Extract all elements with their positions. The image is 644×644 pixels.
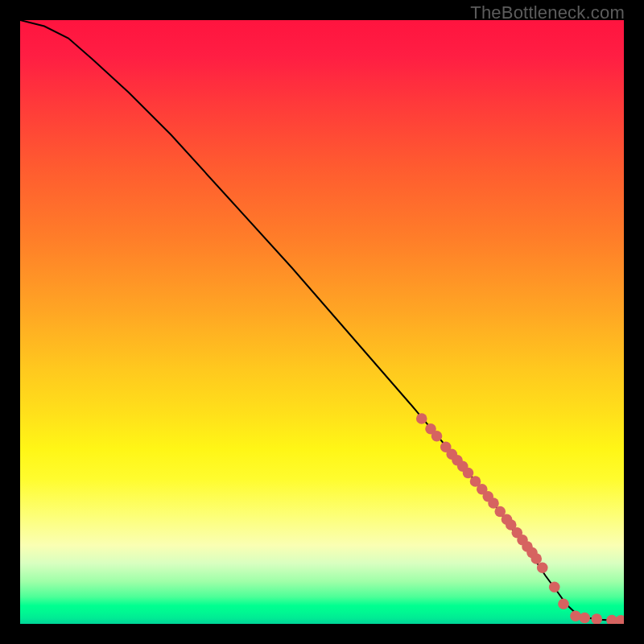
dot-marker <box>615 615 624 624</box>
curve-line <box>20 20 624 621</box>
chart-svg <box>20 20 624 624</box>
dotted-segment-group <box>416 413 624 624</box>
plot-area <box>20 20 624 624</box>
dot-marker <box>431 431 443 442</box>
dot-marker <box>591 613 602 624</box>
dot-marker <box>463 468 474 479</box>
dot-marker <box>570 610 581 621</box>
dot-marker <box>530 553 542 564</box>
dot-marker <box>537 562 548 573</box>
dot-marker <box>416 413 427 424</box>
dot-marker <box>579 613 590 624</box>
dot-marker <box>558 598 569 609</box>
dot-marker <box>549 581 560 592</box>
